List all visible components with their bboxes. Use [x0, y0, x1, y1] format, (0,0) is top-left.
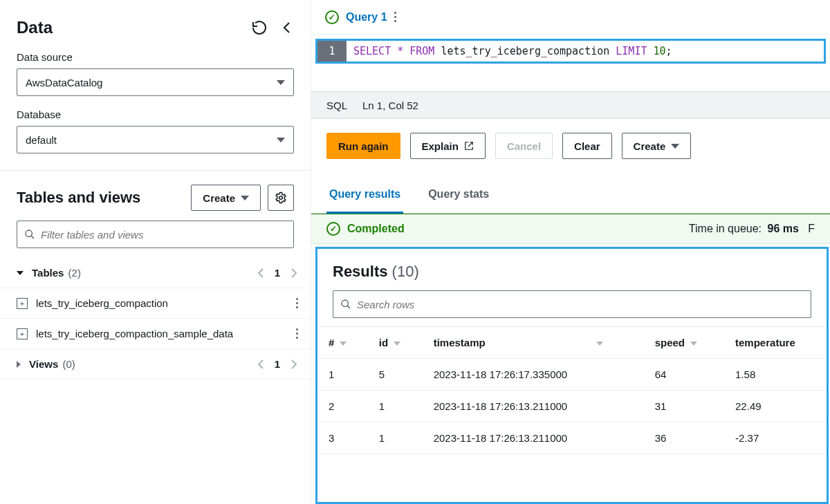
- col-id[interactable]: id: [368, 327, 423, 359]
- results-title: Results: [333, 263, 387, 280]
- completed-label: Completed: [347, 223, 405, 235]
- data-source-label: Data source: [17, 51, 294, 63]
- next-page-icon[interactable]: [290, 268, 298, 279]
- table-row[interactable]: + lets_try_iceberg_compaction_sample_dat…: [0, 319, 311, 349]
- query-action-row: Run again Explain Cancel Clear Create: [311, 119, 830, 177]
- tables-pager: 1: [257, 267, 298, 279]
- col-index[interactable]: #: [317, 327, 368, 359]
- tables-label: Tables: [32, 267, 64, 279]
- chevron-down-icon: [241, 196, 249, 200]
- refresh-icon[interactable]: [251, 19, 268, 36]
- kebab-menu-icon[interactable]: [394, 12, 396, 22]
- cell-index: 3: [317, 422, 368, 454]
- collapse-icon[interactable]: [280, 19, 294, 36]
- tables-views-title: Tables and views: [17, 189, 140, 207]
- cell-temperature: 1.58: [724, 359, 827, 391]
- kebab-menu-icon[interactable]: [296, 298, 298, 308]
- check-circle-icon: ✓: [325, 10, 339, 24]
- col-speed[interactable]: speed: [644, 327, 724, 359]
- check-circle-icon: ✓: [326, 222, 340, 236]
- query-pane: ✓ Query 1 1 SELECT * FROM lets_try_icebe…: [311, 0, 830, 504]
- table-icon: +: [17, 298, 28, 309]
- table-name: lets_try_iceberg_compaction: [36, 297, 168, 309]
- cancel-button: Cancel: [495, 133, 553, 159]
- database-select[interactable]: default: [17, 126, 294, 153]
- query-tab-bar: ✓ Query 1: [311, 0, 830, 35]
- views-label: Views: [29, 358, 58, 370]
- cell-id: 1: [368, 391, 423, 422]
- sidebar-title: Data: [17, 18, 53, 37]
- filter-tables-input-wrap[interactable]: [17, 221, 294, 248]
- cell-timestamp: 2023-11-18 17:26:17.335000: [423, 359, 644, 391]
- cell-temperature: -2.37: [724, 422, 827, 454]
- cell-timestamp: 2023-11-18 17:26:13.211000: [423, 422, 644, 454]
- data-sidebar: Data Data source AwsDataCatalog Database…: [0, 0, 311, 504]
- results-count: (10): [392, 263, 419, 280]
- explain-button[interactable]: Explain: [410, 133, 486, 159]
- line-gutter: 1: [317, 41, 347, 62]
- caret-down-icon: [17, 271, 24, 275]
- tables-page-number: 1: [275, 267, 280, 279]
- database-label: Database: [17, 109, 294, 120]
- sql-editor[interactable]: 1 SELECT * FROM lets_try_iceberg_compact…: [315, 39, 826, 64]
- time-in-queue-label: Time in queue:: [689, 223, 762, 234]
- prev-page-icon[interactable]: [257, 268, 265, 279]
- cell-timestamp: 2023-11-18 17:26:13.211000: [423, 391, 644, 422]
- create-button[interactable]: Create: [622, 133, 692, 159]
- next-page-icon[interactable]: [290, 359, 298, 370]
- cursor-position: Ln 1, Col 52: [362, 100, 418, 111]
- search-icon: [340, 299, 351, 310]
- cell-index: 2: [317, 391, 368, 422]
- cell-id: 5: [368, 359, 423, 391]
- table-row[interactable]: + lets_try_iceberg_compaction: [0, 288, 311, 319]
- sort-icon: [340, 342, 347, 346]
- cell-speed: 64: [644, 359, 724, 391]
- time-in-queue-value: 96 ms: [768, 223, 799, 234]
- database-value: default: [26, 134, 57, 146]
- sort-icon: [690, 342, 697, 346]
- search-rows-input[interactable]: [357, 299, 804, 310]
- sort-icon: [596, 342, 603, 346]
- data-source-value: AwsDataCatalog: [26, 77, 102, 88]
- kebab-menu-icon[interactable]: [296, 328, 298, 339]
- search-rows-wrap[interactable]: [333, 290, 811, 318]
- tab-query-results[interactable]: Query results: [326, 177, 403, 214]
- cell-index: 1: [317, 359, 368, 391]
- cell-temperature: 22.49: [724, 391, 827, 422]
- tables-count: (2): [68, 267, 81, 279]
- query-tab[interactable]: Query 1: [346, 11, 387, 24]
- prev-page-icon[interactable]: [257, 359, 265, 370]
- query-status-strip: ✓ Completed Time in queue: 96 ms F: [311, 214, 830, 244]
- tab-query-stats[interactable]: Query stats: [425, 177, 492, 213]
- table-row[interactable]: 3 1 2023-11-18 17:26:13.211000 36 -2.37: [317, 422, 827, 454]
- chevron-down-icon: [277, 138, 285, 142]
- search-icon: [24, 229, 35, 240]
- filter-tables-input[interactable]: [41, 229, 286, 241]
- editor-status-bar: SQL Ln 1, Col 52: [311, 91, 830, 119]
- create-table-button[interactable]: Create: [191, 185, 261, 211]
- svg-point-0: [279, 196, 283, 200]
- sql-line[interactable]: SELECT * FROM lets_try_iceberg_compactio…: [347, 41, 679, 62]
- results-table: # id timestamp speed temperature 1 5 202…: [317, 326, 827, 454]
- views-count: (0): [62, 358, 75, 370]
- data-source-select[interactable]: AwsDataCatalog: [17, 68, 294, 96]
- settings-button[interactable]: [268, 185, 294, 211]
- table-icon: +: [17, 328, 28, 339]
- caret-right-icon: [17, 361, 21, 368]
- svg-point-1: [26, 230, 32, 236]
- run-button[interactable]: Run again: [326, 133, 400, 159]
- tables-section[interactable]: Tables (2) 1: [0, 258, 311, 288]
- table-row[interactable]: 1 5 2023-11-18 17:26:17.335000 64 1.58: [317, 359, 827, 391]
- chevron-down-icon: [671, 144, 679, 149]
- results-panel: Results (10) # id timestamp speed temper…: [315, 247, 829, 504]
- svg-point-2: [342, 300, 348, 306]
- col-temperature[interactable]: temperature: [724, 327, 827, 359]
- cell-speed: 36: [644, 422, 724, 454]
- gear-icon: [275, 192, 287, 204]
- col-timestamp[interactable]: timestamp: [423, 327, 644, 359]
- chevron-down-icon: [277, 80, 285, 85]
- views-section[interactable]: Views (0) 1: [0, 349, 311, 380]
- clear-button[interactable]: Clear: [562, 133, 612, 159]
- table-row[interactable]: 2 1 2023-11-18 17:26:13.211000 31 22.49: [317, 391, 827, 422]
- cell-speed: 31: [644, 391, 724, 422]
